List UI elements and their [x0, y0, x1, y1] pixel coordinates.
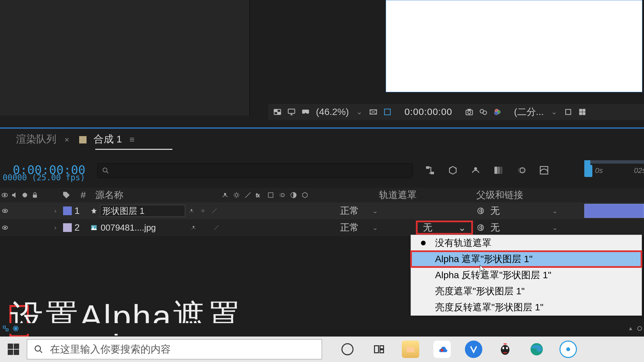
baidu-netdisk-icon[interactable] [433, 341, 451, 358]
start-button[interactable] [0, 337, 27, 362]
layer-search-input[interactable] [97, 163, 413, 178]
close-icon[interactable]: × [64, 135, 69, 144]
svg-rect-25 [500, 167, 502, 174]
toggle-switches-icon[interactable] [2, 325, 9, 332]
color-mgmt-icon[interactable] [492, 107, 503, 117]
eye-column-icon[interactable] [0, 190, 9, 200]
menu-item-no-matte[interactable]: 没有轨道遮罩 [411, 235, 642, 251]
layer-row-2[interactable]: › 2 0079481....jpg 正常⌄ 无 ⌄ 无 ⌄ [0, 219, 644, 236]
3d-switch-icon[interactable] [299, 190, 311, 200]
taskbar-search-input[interactable]: 在这里输入你要搜索的内容 [27, 339, 322, 359]
shy-switch[interactable] [186, 206, 197, 216]
mask-goggles-icon[interactable] [300, 107, 311, 117]
edge-browser-icon[interactable] [528, 341, 545, 358]
adjustment-switch-icon[interactable] [288, 190, 299, 200]
file-explorer-icon[interactable] [402, 341, 419, 358]
layer-color-label[interactable] [63, 223, 72, 232]
shy-switch[interactable] [188, 223, 199, 233]
roi-icon[interactable] [562, 107, 574, 117]
motion-blur-switch-icon[interactable] [276, 190, 288, 200]
work-area-bar[interactable] [584, 160, 644, 164]
time-ruler[interactable]: 0s 02s [584, 160, 644, 179]
visibility-toggle[interactable] [0, 224, 10, 231]
menu-item-alpha-matte[interactable]: Alpha 遮罩"形状图层 1" [411, 251, 642, 267]
resolution-grid-icon[interactable] [368, 107, 379, 117]
fx-switch-icon[interactable]: fx [254, 190, 265, 200]
tab-menu-icon[interactable]: ≡ [129, 134, 135, 144]
quality-switch[interactable] [211, 223, 222, 233]
app-v-icon[interactable] [465, 341, 482, 358]
layer-duration-bar[interactable] [584, 204, 644, 218]
blend-mode-dropdown[interactable]: 正常⌄ [340, 221, 378, 234]
lock-column-icon[interactable] [30, 190, 40, 200]
chevron-down-icon[interactable]: ⌄ [354, 108, 365, 116]
collapse-switch[interactable] [197, 206, 209, 216]
toggle-modes-icon[interactable] [12, 325, 19, 332]
toggle-alpha-icon[interactable] [272, 107, 283, 117]
chevron-down-icon[interactable]: ⌄ [548, 108, 560, 116]
task-view-icon[interactable] [370, 341, 388, 358]
resolution-dropdown[interactable]: (二分... [512, 106, 546, 118]
monitor-icon[interactable] [286, 107, 297, 117]
svg-rect-24 [498, 167, 500, 174]
menu-item-alpha-inverted[interactable]: Alpha 反转遮罩"形状图层 1" [411, 267, 642, 283]
svg-point-45 [480, 210, 482, 212]
quality-switch-icon[interactable] [242, 190, 254, 200]
svg-point-63 [502, 347, 504, 349]
show-channel-icon[interactable] [478, 107, 489, 117]
layer-row-1[interactable]: › 1 形状图层 1 正常⌄ 无 ⌄ [0, 202, 644, 219]
svg-point-61 [441, 349, 444, 352]
frame-blend-switch-icon[interactable] [265, 190, 276, 200]
comp-mini-flowchart-icon[interactable] [424, 164, 436, 176]
tab-composition[interactable]: 合成 1 ≡ [79, 129, 135, 149]
motion-blur-icon[interactable] [515, 164, 527, 176]
shy-icon[interactable] [470, 164, 482, 176]
chevron-down-icon: ⌄ [552, 224, 558, 232]
frame-blend-icon[interactable] [492, 164, 504, 176]
svg-rect-21 [431, 172, 434, 174]
layer-name[interactable]: 0079481....jpg [100, 223, 187, 233]
draft-3d-icon[interactable] [447, 164, 459, 176]
quality-switch[interactable] [209, 206, 220, 216]
qq-icon[interactable] [496, 341, 514, 358]
graph-editor-icon[interactable] [538, 164, 550, 176]
twirl-icon[interactable]: › [50, 207, 60, 215]
visibility-toggle[interactable] [0, 207, 10, 214]
track-matte-dropdown[interactable]: 无 ⌄ [416, 221, 473, 235]
audio-column-icon[interactable] [10, 190, 19, 200]
current-time-indicator[interactable] [584, 165, 592, 177]
zoom-percentage[interactable]: (46.2%) [314, 107, 351, 117]
zoom-slider-handle[interactable] [637, 326, 642, 331]
svg-rect-20 [426, 167, 429, 169]
svg-rect-14 [566, 109, 571, 114]
cortana-icon[interactable] [339, 341, 356, 358]
pickwhip-icon[interactable] [476, 206, 485, 215]
svg-rect-3 [288, 109, 295, 113]
transparency-grid-icon[interactable] [382, 107, 393, 117]
svg-point-47 [4, 227, 6, 229]
svg-text:fx: fx [256, 193, 260, 198]
composition-canvas[interactable] [386, 0, 642, 92]
zoom-out-icon[interactable]: ▲ [628, 325, 633, 331]
pickwhip-icon[interactable] [476, 223, 485, 232]
label-column-icon[interactable] [59, 191, 74, 199]
parent-dropdown[interactable]: 无 ⌄ [476, 221, 558, 234]
parent-dropdown[interactable]: 无 ⌄ [476, 204, 558, 217]
source-name-column[interactable]: 源名称 [93, 189, 217, 201]
preview-timecode[interactable]: 0:00:00:00 [402, 107, 455, 117]
tab-render-queue[interactable]: 渲染队列 × [16, 129, 69, 149]
svg-rect-53 [3, 326, 5, 328]
collapse-switch-icon[interactable] [231, 190, 242, 200]
grid-toggle-icon[interactable] [577, 107, 588, 117]
menu-item-luma-inverted[interactable]: 亮度反转遮罩"形状图层 1" [411, 299, 642, 315]
app-circle-icon[interactable] [559, 341, 577, 358]
menu-item-luma-matte[interactable]: 亮度遮罩"形状图层 1" [411, 283, 642, 299]
shy-switch-icon[interactable] [219, 190, 231, 200]
svg-point-43 [202, 210, 204, 212]
twirl-icon[interactable]: › [50, 224, 60, 231]
blend-mode-dropdown[interactable]: 正常⌄ [340, 204, 378, 217]
snapshot-camera-icon[interactable] [464, 107, 475, 117]
layer-color-label[interactable] [63, 206, 72, 215]
layer-name-input[interactable]: 形状图层 1 [100, 205, 185, 217]
solo-column-icon[interactable] [20, 190, 30, 200]
